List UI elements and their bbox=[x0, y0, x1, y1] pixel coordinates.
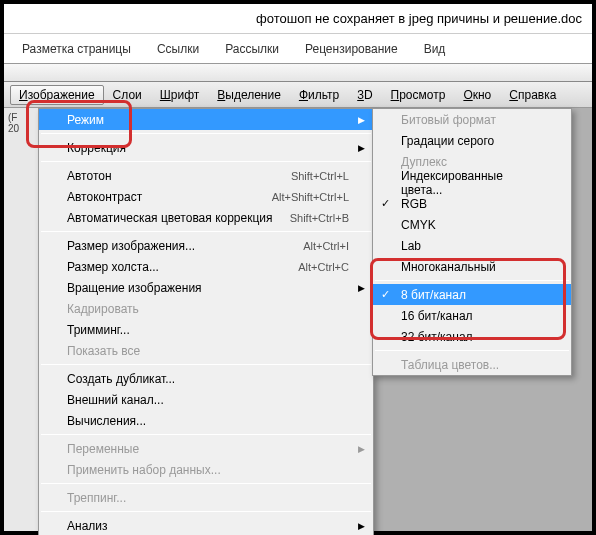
menu-item[interactable]: Градации серого bbox=[373, 130, 571, 151]
menu-separator bbox=[41, 133, 371, 134]
menu-item-label: 16 бит/канал bbox=[401, 309, 547, 323]
menu-item[interactable]: Вычисления... bbox=[39, 410, 373, 431]
menu-item: Переменные▶ bbox=[39, 438, 373, 459]
submenu-arrow-icon: ▶ bbox=[358, 444, 365, 454]
menu-item[interactable]: АвтоконтрастAlt+Shift+Ctrl+L bbox=[39, 186, 373, 207]
menu-item[interactable]: Lab bbox=[373, 235, 571, 256]
check-icon: ✓ bbox=[381, 197, 390, 210]
menu-separator bbox=[41, 434, 371, 435]
ribbon-tab[interactable]: Ссылки bbox=[157, 42, 199, 56]
menu-item-label: Размер изображения... bbox=[67, 239, 303, 253]
menu-item-label: Lab bbox=[401, 239, 547, 253]
menu-separator bbox=[41, 161, 371, 162]
menu-item: Битовый формат bbox=[373, 109, 571, 130]
toolbar-strip bbox=[4, 64, 592, 82]
mode-submenu: Битовый форматГрадации серогоДуплексИнде… bbox=[372, 108, 572, 376]
menu-item-label: Внешний канал... bbox=[67, 393, 349, 407]
menu-item[interactable]: Размер холста...Alt+Ctrl+C bbox=[39, 256, 373, 277]
sidebar-text: 20 bbox=[8, 123, 35, 134]
menubar: ИзображениеСлоиШрифтВыделениеФильтр3DПро… bbox=[4, 82, 592, 108]
menu-item-label: Автоконтраст bbox=[67, 190, 272, 204]
menu-item-label: Градации серого bbox=[401, 134, 547, 148]
menu-item-label: Показать все bbox=[67, 344, 349, 358]
menu-item-label: Создать дубликат... bbox=[67, 372, 349, 386]
menu-shortcut: Shift+Ctrl+B bbox=[290, 212, 349, 224]
submenu-arrow-icon: ▶ bbox=[358, 283, 365, 293]
menu-item: Кадрировать bbox=[39, 298, 373, 319]
menu-item[interactable]: ✓8 бит/канал bbox=[373, 284, 571, 305]
menu-item[interactable]: Индексированные цвета... bbox=[373, 172, 571, 193]
menu-item[interactable]: CMYK bbox=[373, 214, 571, 235]
submenu-arrow-icon: ▶ bbox=[358, 115, 365, 125]
menu-separator bbox=[375, 280, 569, 281]
menu-item-label: Размер холста... bbox=[67, 260, 298, 274]
window-title: фотошоп не сохраняет в jpeg причины и ре… bbox=[256, 11, 582, 26]
sidebar-text: (F bbox=[8, 112, 35, 123]
menu-item-label: Применить набор данных... bbox=[67, 463, 349, 477]
menu-item-label: RGB bbox=[401, 197, 547, 211]
menu-item: Показать все bbox=[39, 340, 373, 361]
menu-item[interactable]: Автоматическая цветовая коррекцияShift+C… bbox=[39, 207, 373, 228]
menu-item: Треппинг... bbox=[39, 487, 373, 508]
menubar-item[interactable]: Выделение bbox=[208, 85, 290, 105]
menu-item-label: Вращение изображения bbox=[67, 281, 349, 295]
menu-shortcut: Shift+Ctrl+L bbox=[291, 170, 349, 182]
image-menu-dropdown: Режим▶Коррекция▶АвтотонShift+Ctrl+LАвток… bbox=[38, 108, 374, 535]
menu-item: Применить набор данных... bbox=[39, 459, 373, 480]
menu-item[interactable]: Режим▶ bbox=[39, 109, 373, 130]
submenu-arrow-icon: ▶ bbox=[358, 143, 365, 153]
menu-item-label: Вычисления... bbox=[67, 414, 349, 428]
ribbon-tabs: Разметка страницыСсылкиРассылкиРецензиро… bbox=[4, 34, 592, 64]
menu-item-label: Режим bbox=[67, 113, 349, 127]
menubar-item[interactable]: Просмотр bbox=[382, 85, 455, 105]
menu-item[interactable]: Анализ▶ bbox=[39, 515, 373, 535]
menu-separator bbox=[41, 483, 371, 484]
ribbon-tab[interactable]: Рассылки bbox=[225, 42, 279, 56]
menu-item-label: Автотон bbox=[67, 169, 291, 183]
menubar-item[interactable]: Окно bbox=[454, 85, 500, 105]
menubar-item[interactable]: 3D bbox=[348, 85, 381, 105]
menubar-item[interactable]: Справка bbox=[500, 85, 565, 105]
menu-item[interactable]: 32 бит/канал bbox=[373, 326, 571, 347]
menu-item[interactable]: Внешний канал... bbox=[39, 389, 373, 410]
menubar-item[interactable]: Слои bbox=[104, 85, 151, 105]
ribbon-tab[interactable]: Рецензирование bbox=[305, 42, 398, 56]
menu-item[interactable]: Размер изображения...Alt+Ctrl+I bbox=[39, 235, 373, 256]
menu-item[interactable]: АвтотонShift+Ctrl+L bbox=[39, 165, 373, 186]
menu-shortcut: Alt+Ctrl+C bbox=[298, 261, 349, 273]
menu-item[interactable]: 16 бит/канал bbox=[373, 305, 571, 326]
menu-item-label: 8 бит/канал bbox=[401, 288, 547, 302]
menu-item-label: Тримминг... bbox=[67, 323, 349, 337]
menu-item-label: Треппинг... bbox=[67, 491, 349, 505]
menu-item-label: Битовый формат bbox=[401, 113, 547, 127]
menu-item-label: Многоканальный bbox=[401, 260, 547, 274]
menubar-item[interactable]: Изображение bbox=[10, 85, 104, 105]
content-area: (F 20 Режим▶Коррекция▶АвтотонShift+Ctrl+… bbox=[4, 108, 592, 531]
left-sidebar: (F 20 bbox=[4, 108, 40, 531]
window-titlebar: фотошоп не сохраняет в jpeg причины и ре… bbox=[4, 4, 592, 34]
menu-item[interactable]: ✓RGB bbox=[373, 193, 571, 214]
submenu-arrow-icon: ▶ bbox=[358, 521, 365, 531]
ribbon-tab[interactable]: Вид bbox=[424, 42, 446, 56]
menu-item: Таблица цветов... bbox=[373, 354, 571, 375]
menu-item[interactable]: Коррекция▶ bbox=[39, 137, 373, 158]
menu-item[interactable]: Создать дубликат... bbox=[39, 368, 373, 389]
ribbon-tab[interactable]: Разметка страницы bbox=[22, 42, 131, 56]
menubar-item[interactable]: Шрифт bbox=[151, 85, 208, 105]
menu-item-label: 32 бит/канал bbox=[401, 330, 547, 344]
menu-item-label: Анализ bbox=[67, 519, 349, 533]
menu-separator bbox=[375, 350, 569, 351]
menu-item-label: Таблица цветов... bbox=[401, 358, 547, 372]
menu-separator bbox=[41, 364, 371, 365]
menu-item[interactable]: Вращение изображения▶ bbox=[39, 277, 373, 298]
menu-item[interactable]: Тримминг... bbox=[39, 319, 373, 340]
menu-item-label: Кадрировать bbox=[67, 302, 349, 316]
menu-shortcut: Alt+Shift+Ctrl+L bbox=[272, 191, 349, 203]
menu-item[interactable]: Многоканальный bbox=[373, 256, 571, 277]
menu-item-label: Коррекция bbox=[67, 141, 349, 155]
menu-separator bbox=[41, 231, 371, 232]
menu-item-label: Переменные bbox=[67, 442, 349, 456]
menu-item-label: Дуплекс bbox=[401, 155, 547, 169]
check-icon: ✓ bbox=[381, 288, 390, 301]
menubar-item[interactable]: Фильтр bbox=[290, 85, 348, 105]
